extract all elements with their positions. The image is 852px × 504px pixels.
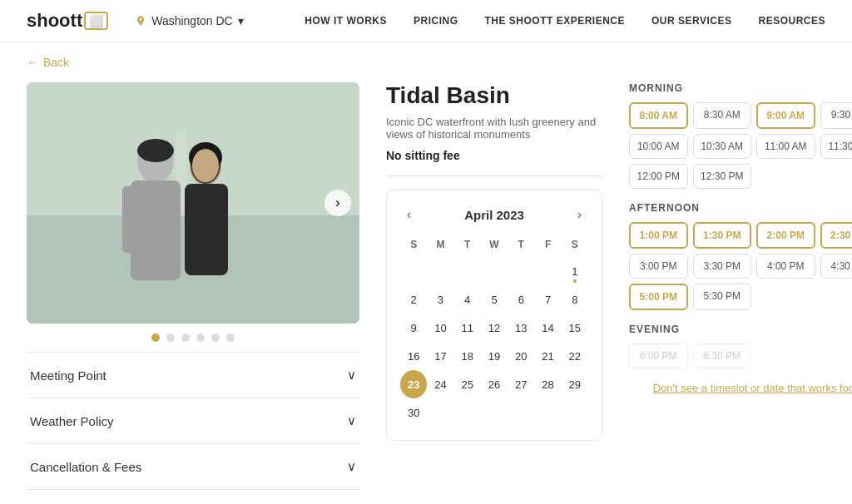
- photo-svg: [27, 82, 359, 324]
- calendar-day[interactable]: 15: [562, 314, 588, 342]
- accordion-header-weather-policy[interactable]: Weather Policy ∨: [27, 398, 359, 443]
- day-name-m: M: [427, 235, 453, 254]
- left-column: › Meeting Point ∨ Weather Policy ∨: [27, 82, 359, 504]
- calendar-day[interactable]: 24: [427, 370, 453, 398]
- calendar-day[interactable]: 25: [454, 370, 481, 398]
- sitting-fee: No sitting fee: [386, 149, 602, 162]
- calendar-day[interactable]: 7: [534, 285, 561, 314]
- calendar-day[interactable]: 21: [534, 342, 561, 370]
- nav-our-services[interactable]: OUR SERVICES: [651, 15, 731, 27]
- calendar-day[interactable]: 29: [562, 370, 588, 398]
- calendar-day[interactable]: 20: [508, 342, 534, 370]
- slot-1-00-pm[interactable]: 1:00 PM: [629, 222, 688, 249]
- calendar-day[interactable]: 16: [400, 342, 427, 370]
- accordion-header-photo-editing[interactable]: Photo Editing Policy ∨: [27, 490, 359, 504]
- calendar-day[interactable]: 11: [454, 314, 481, 342]
- calendar-day[interactable]: 6: [508, 285, 534, 314]
- slot-3-30-pm[interactable]: 3:30 PM: [693, 254, 752, 279]
- slot-5-00-pm[interactable]: 5:00 PM: [629, 284, 688, 310]
- calendar-day[interactable]: 14: [534, 314, 561, 342]
- nav-how-it-works[interactable]: HOW IT WORKS: [305, 15, 387, 27]
- calendar-day: [481, 398, 508, 427]
- slot-8-30-am[interactable]: 8:30 AM: [693, 102, 752, 129]
- location-title: Tidal Basin: [386, 82, 602, 109]
- evening-title: EVENING: [629, 324, 852, 335]
- calendar-day[interactable]: 10: [427, 314, 453, 342]
- slot-5-30-pm[interactable]: 5:30 PM: [693, 284, 752, 310]
- dot-1[interactable]: [151, 334, 160, 342]
- back-arrow-icon: ←: [27, 56, 38, 69]
- calendar-day[interactable]: 13: [508, 314, 534, 342]
- calendar-day: [508, 398, 534, 427]
- location-photo: ›: [27, 82, 359, 324]
- middle-column: Tidal Basin Iconic DC waterfront with lu…: [386, 82, 602, 504]
- photo-next-button[interactable]: ›: [324, 190, 351, 216]
- calendar-prev-button[interactable]: ‹: [400, 204, 418, 225]
- calendar-day[interactable]: 23: [400, 370, 427, 398]
- nav-shoott-experience[interactable]: THE SHOOTT EXPERIENCE: [484, 15, 625, 27]
- dot-2[interactable]: [166, 334, 175, 342]
- accordion-item-weather-policy: Weather Policy ∨: [27, 398, 359, 444]
- slot-8-00-am[interactable]: 8:00 AM: [629, 102, 688, 129]
- slot-3-00-pm[interactable]: 3:00 PM: [629, 254, 688, 279]
- accordion-label-cancellation: Cancellation & Fees: [30, 460, 141, 474]
- back-label: Back: [43, 56, 69, 69]
- calendar-day[interactable]: 8: [562, 285, 588, 314]
- slot-9-00-am[interactable]: 9:00 AM: [756, 102, 815, 129]
- svg-rect-8: [185, 184, 228, 275]
- calendar-days: 1234567891011121314151617181920212223242…: [400, 257, 588, 427]
- accordion-header-meeting-point[interactable]: Meeting Point ∨: [27, 353, 359, 398]
- logo-icon: ⬜: [84, 12, 108, 30]
- dot-6[interactable]: [226, 334, 235, 342]
- calendar-day[interactable]: 1: [562, 257, 588, 285]
- calendar-day[interactable]: 26: [481, 370, 508, 398]
- calendar-day[interactable]: 30: [400, 398, 427, 427]
- slot-12-30-pm[interactable]: 12:30 PM: [693, 164, 752, 189]
- nav-pricing[interactable]: PRICING: [414, 15, 458, 27]
- accordion-header-cancellation[interactable]: Cancellation & Fees ∨: [27, 444, 359, 489]
- photo-image: [27, 82, 359, 324]
- calendar-day[interactable]: 18: [454, 342, 481, 370]
- chevron-down-icon-3: ∨: [347, 459, 356, 474]
- calendar-day[interactable]: 2: [400, 285, 427, 314]
- dot-5[interactable]: [211, 334, 220, 342]
- slot-9-30-am[interactable]: 9:30 AM: [820, 102, 853, 129]
- slot-11-30-am[interactable]: 11:30 AM: [820, 134, 853, 159]
- calendar-grid: S M T W T F S 12345678910111213141516171…: [400, 235, 588, 427]
- back-link[interactable]: ← Back: [0, 42, 852, 76]
- slot-2-00-pm[interactable]: 2:00 PM: [756, 222, 815, 249]
- slot-11-00-am[interactable]: 11:00 AM: [756, 134, 815, 159]
- calendar-day[interactable]: 27: [508, 370, 534, 398]
- calendar-next-button[interactable]: ›: [571, 204, 588, 225]
- calendar-day[interactable]: 3: [427, 285, 453, 314]
- dont-see-timeslot-link[interactable]: Don't see a timeslot or date that works …: [629, 382, 852, 394]
- logo[interactable]: shoott⬜: [27, 10, 108, 32]
- slot-6-00-pm[interactable]: 6:00 PM: [629, 343, 688, 368]
- location-selector[interactable]: Washington DC ▾: [135, 14, 244, 27]
- svg-point-12: [137, 139, 174, 162]
- dot-3[interactable]: [181, 334, 190, 342]
- calendar-day[interactable]: 28: [534, 370, 561, 398]
- slot-2-30-pm[interactable]: 2:30 PM: [820, 222, 853, 249]
- slot-1-30-pm[interactable]: 1:30 PM: [693, 222, 752, 249]
- svg-point-11: [192, 149, 219, 182]
- dot-4[interactable]: [196, 334, 205, 342]
- slot-10-00-am[interactable]: 10:00 AM: [629, 134, 688, 159]
- calendar-day[interactable]: 4: [454, 285, 481, 314]
- calendar-day[interactable]: 17: [427, 342, 453, 370]
- calendar-day[interactable]: 19: [481, 342, 508, 370]
- slot-4-00-pm[interactable]: 4:00 PM: [756, 254, 815, 279]
- calendar-day[interactable]: 12: [481, 314, 508, 342]
- location-description: Iconic DC waterfront with lush greenery …: [386, 116, 602, 141]
- slot-12-00-pm[interactable]: 12:00 PM: [629, 164, 688, 189]
- accordion-label-weather-policy: Weather Policy: [30, 414, 114, 428]
- slot-4-30-pm[interactable]: 4:30 PM: [820, 254, 853, 279]
- day-name-f: F: [534, 235, 561, 254]
- slot-6-30-pm[interactable]: 6:30 PM: [693, 343, 752, 368]
- nav-resources[interactable]: RESOURCES: [758, 15, 825, 27]
- calendar-day[interactable]: 5: [481, 285, 508, 314]
- calendar-day[interactable]: 9: [400, 314, 427, 342]
- slot-10-30-am[interactable]: 10:30 AM: [693, 134, 752, 159]
- calendar-day[interactable]: 22: [562, 342, 588, 370]
- logo-text: shoott: [27, 10, 82, 32]
